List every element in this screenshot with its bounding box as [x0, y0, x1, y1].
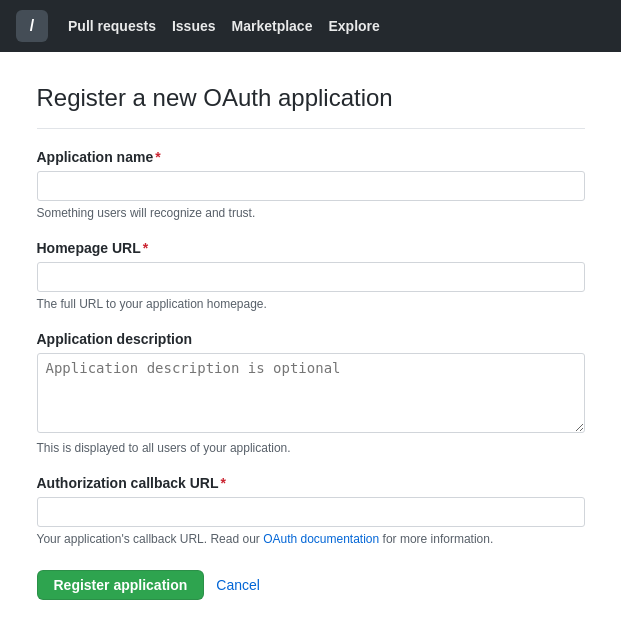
callback-hint-suffix: for more information. — [379, 532, 493, 546]
navbar: / Pull requests Issues Marketplace Explo… — [0, 0, 621, 52]
homepage-url-group: Homepage URL* The full URL to your appli… — [37, 240, 585, 311]
nav-explore[interactable]: Explore — [328, 18, 379, 34]
page-title: Register a new OAuth application — [37, 84, 585, 129]
register-application-button[interactable]: Register application — [37, 570, 205, 600]
callback-url-label: Authorization callback URL* — [37, 475, 585, 491]
nav-marketplace[interactable]: Marketplace — [232, 18, 313, 34]
description-hint: This is displayed to all users of your a… — [37, 441, 585, 455]
app-name-input[interactable] — [37, 171, 585, 201]
slash-icon: / — [30, 17, 34, 35]
app-name-label: Application name* — [37, 149, 585, 165]
app-name-group: Application name* Something users will r… — [37, 149, 585, 220]
callback-url-hint: Your application's callback URL. Read ou… — [37, 532, 585, 546]
oauth-registration-form: Application name* Something users will r… — [37, 149, 585, 600]
app-name-hint: Something users will recognize and trust… — [37, 206, 585, 220]
navbar-logo[interactable]: / — [16, 10, 48, 42]
homepage-url-input[interactable] — [37, 262, 585, 292]
oauth-docs-link[interactable]: OAuth documentation — [263, 532, 379, 546]
homepage-url-hint: The full URL to your application homepag… — [37, 297, 585, 311]
form-actions: Register application Cancel — [37, 570, 585, 600]
cancel-button[interactable]: Cancel — [216, 577, 260, 593]
nav-issues[interactable]: Issues — [172, 18, 216, 34]
nav-pull-requests[interactable]: Pull requests — [68, 18, 156, 34]
callback-hint-prefix: Your application's callback URL. Read ou… — [37, 532, 264, 546]
required-star: * — [155, 149, 160, 165]
required-star-2: * — [143, 240, 148, 256]
callback-url-group: Authorization callback URL* Your applica… — [37, 475, 585, 546]
description-group: Application description This is displaye… — [37, 331, 585, 455]
description-textarea[interactable] — [37, 353, 585, 433]
navbar-links: Pull requests Issues Marketplace Explore — [68, 18, 380, 34]
main-content: Register a new OAuth application Applica… — [21, 52, 601, 640]
description-label: Application description — [37, 331, 585, 347]
callback-url-input[interactable] — [37, 497, 585, 527]
homepage-url-label: Homepage URL* — [37, 240, 585, 256]
required-star-3: * — [221, 475, 226, 491]
